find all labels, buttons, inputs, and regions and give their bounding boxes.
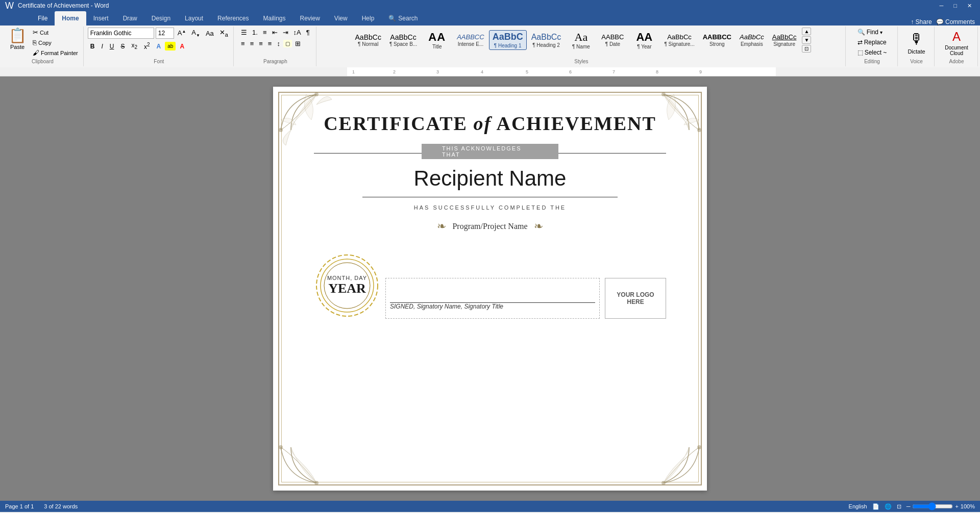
strikethrough-button[interactable]: S	[118, 41, 127, 52]
styles-group: AaBbCc ¶ Normal AaBbCc ¶ Space B... AA T…	[317, 27, 846, 66]
minimize-btn[interactable]: ─	[937, 3, 947, 9]
align-center-button[interactable]: ≡	[248, 39, 256, 48]
styles-expand[interactable]: ⊡	[802, 45, 811, 53]
increase-indent-button[interactable]: ⇥	[281, 28, 290, 37]
tab-view[interactable]: View	[327, 11, 355, 25]
numbering-button[interactable]: 1.	[250, 28, 260, 37]
styles-scroll-up[interactable]: ▲	[802, 28, 811, 35]
select-icon: ⬚	[857, 49, 863, 56]
bullets-button[interactable]: ☰	[239, 28, 249, 37]
focus-mode-icon[interactable]: ⊡	[897, 503, 901, 510]
style-heading2[interactable]: AaBbCc ¶ Heading 2	[528, 31, 565, 49]
style-year[interactable]: AA ¶ Year	[629, 29, 659, 51]
tab-layout[interactable]: Layout	[178, 11, 210, 25]
copy-button[interactable]: ⎘ Copy	[31, 38, 80, 47]
web-layout-icon[interactable]: 🌐	[885, 503, 892, 510]
title-bar-text: Certificate of Achievement - Word	[18, 2, 109, 9]
select-button[interactable]: ⬚ Select ~	[854, 48, 890, 57]
program-name[interactable]: Program/Project Name	[452, 222, 527, 231]
tab-file[interactable]: File	[31, 11, 55, 25]
change-case-button[interactable]: Aa	[204, 29, 216, 38]
style-signature-line[interactable]: AaBbCc ¶ Signature...	[660, 32, 698, 48]
copy-icon: ⎘	[33, 39, 37, 46]
format-painter-icon: 🖌	[33, 49, 39, 57]
document-area[interactable]: CERTIFICATE of ACHIEVEMENT THIS ACKNOWLE…	[0, 76, 980, 501]
italic-button[interactable]: I	[99, 41, 105, 52]
tab-help[interactable]: Help	[355, 11, 382, 25]
style-heading1[interactable]: AaBbC ¶ Heading 1	[489, 30, 527, 50]
show-formatting-button[interactable]: ¶	[304, 28, 312, 37]
style-strong[interactable]: AABBCC Strong	[699, 32, 735, 48]
certificate-title[interactable]: CERTIFICATE of ACHIEVEMENT	[324, 112, 656, 135]
tab-draw[interactable]: Draw	[116, 11, 144, 25]
underline-button[interactable]: U	[107, 41, 117, 52]
text-effects-button[interactable]: A	[154, 41, 164, 52]
grow-font-button[interactable]: A▲	[176, 28, 188, 38]
share-btn[interactable]: ↑ Share	[911, 18, 932, 25]
format-painter-button[interactable]: 🖌 Format Painter	[31, 48, 80, 58]
completed-text[interactable]: HAS SUCCESSFULLY COMPLETED THE	[414, 204, 566, 211]
line-spacing-button[interactable]: ↕	[275, 39, 282, 48]
tab-insert[interactable]: Insert	[86, 11, 116, 25]
comments-btn[interactable]: 💬 Comments	[936, 18, 975, 25]
bold-button[interactable]: B	[88, 41, 97, 52]
shading-button[interactable]: ▢	[283, 40, 292, 47]
signature-area[interactable]: SIGNED, Signatory Name, Signatory Title	[385, 278, 600, 319]
decrease-indent-button[interactable]: ⇤	[270, 28, 280, 37]
font-size-input[interactable]	[156, 28, 174, 39]
replace-icon: ⇄	[857, 39, 863, 46]
word-count[interactable]: 3 of 22 words	[44, 503, 78, 509]
tab-references[interactable]: References	[210, 11, 256, 25]
svg-point-6	[662, 481, 666, 485]
recipient-name[interactable]: Recipient Name	[414, 166, 567, 191]
logo-area[interactable]: YOUR LOGO HERE	[605, 278, 666, 319]
justify-button[interactable]: ≡	[266, 39, 274, 48]
align-right-button[interactable]: ≡	[257, 39, 265, 48]
align-left-button[interactable]: ≡	[239, 39, 247, 48]
tab-home[interactable]: Home	[55, 11, 86, 25]
search-box[interactable]: 🔍 Search	[381, 11, 425, 25]
style-normal[interactable]: AaBbCc ¶ Normal	[352, 32, 385, 49]
style-intense-emphasis[interactable]: AABBCC Intense E...	[453, 32, 487, 48]
sort-button[interactable]: ↕A	[291, 28, 303, 37]
cut-icon: ✂	[33, 29, 38, 36]
borders-button[interactable]: ⊞	[293, 39, 303, 48]
font-color-button[interactable]: A	[177, 41, 187, 52]
replace-button[interactable]: ⇄ Replace	[854, 38, 890, 47]
paste-button[interactable]: 📋 Paste	[5, 28, 30, 51]
dictate-icon: 🎙	[910, 31, 924, 47]
highlight-button[interactable]: ab	[165, 42, 176, 50]
find-button[interactable]: 🔍 Find ▾	[854, 28, 886, 37]
style-name[interactable]: Aa ¶ Name	[566, 29, 596, 51]
zoom-in-button[interactable]: +	[955, 503, 958, 509]
subscript-button[interactable]: x2	[129, 40, 140, 52]
style-signature[interactable]: AaBbCc Signature	[769, 32, 800, 48]
maximize-btn[interactable]: □	[950, 3, 960, 9]
zoom-out-button[interactable]: ─	[906, 503, 911, 509]
tab-review[interactable]: Review	[293, 11, 327, 25]
svg-point-4	[314, 481, 318, 485]
signed-label: SIGNED, Signatory Name, Signatory Title	[390, 303, 595, 310]
language-indicator[interactable]: English	[849, 503, 867, 509]
font-name-input[interactable]	[88, 28, 154, 39]
zoom-slider[interactable]	[912, 502, 953, 510]
tab-mailings[interactable]: Mailings	[256, 11, 292, 25]
svg-point-5	[279, 445, 283, 449]
superscript-button[interactable]: x2	[141, 40, 153, 52]
close-btn[interactable]: ✕	[964, 3, 975, 9]
shrink-font-button[interactable]: A▼	[189, 28, 202, 39]
style-emphasis[interactable]: AaBbCc Emphasis	[736, 32, 768, 48]
acknowledges-text[interactable]: THIS ACKNOWLEDGES THAT	[422, 144, 558, 159]
print-layout-icon[interactable]: 📄	[872, 503, 879, 510]
clear-format-button[interactable]: ✕a	[217, 28, 230, 39]
zoom-level[interactable]: 100%	[961, 503, 975, 509]
page-info[interactable]: Page 1 of 1	[5, 503, 34, 509]
styles-scroll-down[interactable]: ▼	[802, 36, 811, 44]
tab-design[interactable]: Design	[144, 11, 178, 25]
multilevel-button[interactable]: ≡	[261, 28, 269, 37]
style-title[interactable]: AA Title	[422, 29, 452, 51]
ruler: 1 2 3 4 5 6 7 8 9	[0, 67, 980, 76]
style-date[interactable]: AABBC ¶ Date	[597, 32, 628, 48]
style-space-before[interactable]: AaBbCc ¶ Space B...	[386, 32, 421, 49]
cut-button[interactable]: ✂ Cut	[31, 28, 80, 37]
